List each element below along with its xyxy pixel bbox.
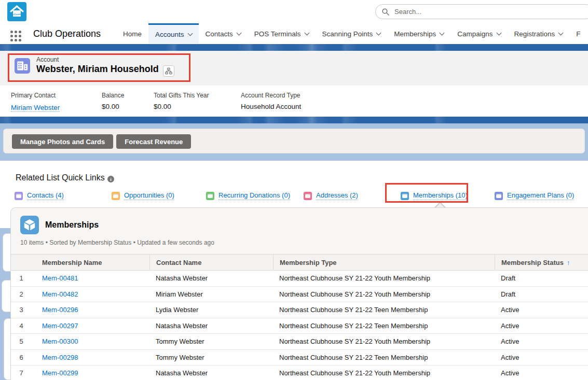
recurring-donations-icon <box>206 192 214 200</box>
record-field-primary-contact: Primary ContactMiriam Webster <box>11 92 60 112</box>
cell-membership-name: Mem-00297 <box>32 322 149 330</box>
manage-photos-and-cards-button[interactable]: Manage Photos and Cards <box>12 134 113 149</box>
row-number: 6 <box>11 354 32 361</box>
cell-contact-name: Lydia Webster <box>149 306 273 314</box>
table-row: 5Mem-00300Tommy WebsterNortheast Clubhou… <box>11 334 588 350</box>
column-header-membership-status[interactable]: Membership Status↑ <box>495 255 588 270</box>
quick-link-engagement-plans-0[interactable]: Engagement Plans (0) <box>495 191 574 200</box>
column-header-contact-name[interactable]: Contact Name <box>149 255 273 270</box>
row-number: 4 <box>11 322 32 330</box>
quick-link-recurring-donations-0[interactable]: Recurring Donations (0) <box>206 191 290 200</box>
field-value-total-gifts-this-year: $0.00 <box>154 103 209 110</box>
chevron-down-icon <box>236 30 241 35</box>
search-icon <box>382 8 389 16</box>
info-icon[interactable] <box>107 176 114 182</box>
house-icon: MyClubHub <box>7 2 26 21</box>
tab-label: Accounts <box>155 31 184 38</box>
app-launcher-icon[interactable] <box>10 31 13 33</box>
membership-link[interactable]: Mem-00297 <box>42 322 78 330</box>
tab-label: Contacts <box>206 30 233 38</box>
column-header-membership-name[interactable]: Membership Name <box>32 255 149 270</box>
cell-membership-name: Mem-00299 <box>32 369 149 377</box>
field-value-account-record-type: Household Account <box>241 103 301 110</box>
cell-membership-type: Northeast Clubhouse SY 21-22 Youth Membe… <box>273 337 495 345</box>
sort-asc-icon: ↑ <box>567 259 570 266</box>
row-number: 1 <box>11 274 32 282</box>
tab-campaigns[interactable]: Campaigns <box>450 23 507 44</box>
membership-link[interactable]: Mem-00296 <box>42 306 78 314</box>
tab-label: Campaigns <box>457 30 493 38</box>
tab-registrations[interactable]: Registrations <box>508 23 570 44</box>
search-input[interactable] <box>393 7 586 16</box>
table-row: 1Mem-00481Natasha WebsterNortheast Clubh… <box>11 271 588 287</box>
cell-membership-name: Mem-00482 <box>32 290 149 298</box>
cell-membership-name: Mem-00296 <box>32 306 149 314</box>
tab-label: Memberships <box>394 30 436 38</box>
hierarchy-icon <box>165 67 172 75</box>
nav-bar: Club Operations HomeAccountsContactsPOS … <box>0 23 588 44</box>
tab-home[interactable]: Home <box>116 23 148 44</box>
quick-link-addresses-2[interactable]: Addresses (2) <box>304 191 358 200</box>
cell-contact-name: Tommy Webster <box>149 354 273 361</box>
table-row: 4Mem-00297Natasha WebsterNortheast Clubh… <box>11 318 588 334</box>
tab-f[interactable]: F <box>569 23 587 44</box>
table-row: 6Mem-00298Tommy WebsterNortheast Clubhou… <box>11 350 588 366</box>
field-value-balance: $0.00 <box>102 103 124 110</box>
cell-membership-name: Mem-00300 <box>32 337 149 345</box>
membership-link[interactable]: Mem-00300 <box>42 337 78 345</box>
header-pattern-band <box>0 44 588 51</box>
cell-contact-name: Tommy Webster <box>149 337 273 345</box>
record-fields: Primary ContactMiriam WebsterBalance$0.0… <box>0 86 588 117</box>
column-header-membership-type[interactable]: Membership Type <box>273 255 495 270</box>
quick-link-label: Addresses (2) <box>316 191 358 200</box>
row-number: 5 <box>11 337 32 345</box>
quick-link-contacts-4[interactable]: Contacts (4) <box>15 191 64 200</box>
cell-contact-name: Natasha Webster <box>149 274 273 282</box>
chevron-down-icon <box>376 30 381 35</box>
cell-membership-type: Northeast Clubhouse SY 21-22 Teen Member… <box>273 354 495 361</box>
tab-scanning-points[interactable]: Scanning Points <box>316 23 388 44</box>
membership-link[interactable]: Mem-00481 <box>42 274 78 282</box>
field-label: Total Gifts This Year <box>154 92 209 99</box>
tab-accounts[interactable]: Accounts <box>148 23 199 44</box>
global-search[interactable] <box>375 4 588 19</box>
cell-membership-type: Northeast Clubhouse SY 21-22 Teen Member… <box>273 322 495 330</box>
column-header-row-number <box>11 255 32 270</box>
memberships-panel: Memberships 10 items • Sorted by Members… <box>10 207 588 380</box>
column-header-label: Membership Status <box>501 259 564 266</box>
table-header-row: Membership NameContact NameMembership Ty… <box>11 254 588 271</box>
memberships-icon <box>401 192 409 200</box>
myclubhub-logo[interactable]: MyClubHub <box>7 2 26 21</box>
membership-link[interactable]: Mem-00482 <box>42 290 78 298</box>
background-card-stack <box>0 228 10 380</box>
cell-membership-status: Active <box>495 306 588 314</box>
cell-membership-type: Northeast Clubhouse SY 21-22 Youth Membe… <box>273 369 495 377</box>
forecast-revenue-button[interactable]: Forecast Revenue <box>116 134 191 149</box>
field-label: Primary Contact <box>11 92 60 99</box>
table-row: 3Mem-00296Lydia WebsterNortheast Clubhou… <box>11 302 588 318</box>
app-name: Club Operations <box>33 23 101 44</box>
pattern-band-2 <box>0 117 588 123</box>
membership-link[interactable]: Mem-00299 <box>42 369 78 377</box>
chevron-down-icon <box>558 30 564 35</box>
tab-pos-terminals[interactable]: POS Terminals <box>248 23 316 44</box>
quick-link-memberships-10[interactable]: Memberships (10) <box>401 191 468 200</box>
membership-link[interactable]: Mem-00298 <box>42 354 78 361</box>
field-value-primary-contact[interactable]: Miriam Webster <box>11 104 60 112</box>
memberships-panel-title: Memberships <box>45 220 99 230</box>
tab-label: POS Terminals <box>254 30 301 38</box>
cell-membership-status: Active <box>495 354 588 361</box>
chevron-down-icon <box>440 30 445 35</box>
tab-memberships[interactable]: Memberships <box>387 23 450 44</box>
background-card-edge <box>2 280 11 312</box>
tab-contacts[interactable]: Contacts <box>199 23 248 44</box>
column-header-label: Membership Name <box>42 259 102 266</box>
table-body: 1Mem-00481Natasha WebsterNortheast Clubh… <box>11 271 588 380</box>
quick-link-label: Recurring Donations (0) <box>218 191 290 200</box>
nav-tabs: HomeAccountsContactsPOS TerminalsScannin… <box>116 23 587 44</box>
view-hierarchy-button[interactable] <box>163 65 174 77</box>
row-number: 2 <box>11 290 32 298</box>
chevron-down-icon <box>304 30 309 35</box>
quick-link-opportunities-0[interactable]: Opportunities (0) <box>112 191 174 200</box>
record-title: Webster, Miriam Household <box>36 64 159 75</box>
